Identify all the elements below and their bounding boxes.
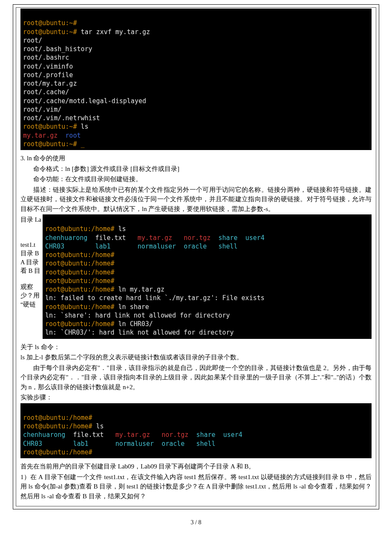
subsection-title: 关于 ls 命令： (20, 342, 372, 352)
cut-text: 观察 (20, 283, 43, 292)
dir-name: shell (218, 243, 237, 250)
cmd: ls (118, 225, 126, 233)
output: ln: `share': hard link not allowed for d… (45, 312, 230, 319)
file-name: my.tar.gz (23, 132, 65, 139)
paragraph: 由于每个目录内必定有"．"目录，该目录指示的就是自己，因此即使一个空的目录，其链… (20, 363, 372, 392)
cmd: ln CHR03/ (118, 320, 153, 328)
cmd: ls (96, 422, 104, 430)
cmd: ln my.tar.gz (118, 286, 164, 293)
output: root/ (23, 37, 42, 44)
terminal-block-1: root@ubuntu:~# root@ubuntu:~# tar zxvf m… (20, 9, 372, 150)
prompt: root@ubuntu:/home# (45, 251, 115, 259)
output: root/.cache/ (23, 88, 69, 96)
output: root/.vim/ (23, 106, 61, 113)
paragraph: 命令功能：在文件或目录间创建链接。 (20, 174, 372, 184)
dir-name: normaluser (115, 440, 161, 448)
file-name: file.txt (95, 234, 137, 242)
prompt: root@ubuntu:/home# (45, 260, 115, 267)
output: ln: failed to create hard link `./my.tar… (45, 294, 265, 302)
file-name: file.txt (73, 431, 115, 439)
prompt: root@ubuntu:~# (23, 19, 77, 27)
paragraph: 1）在 A 目录下创建一个文件 test1.txt，在该文件输入内容 test1… (20, 472, 372, 501)
cmd: tar zxvf my.tar.gz (81, 28, 150, 36)
prompt: root@ubuntu:/home# (45, 286, 118, 293)
cut-text: 目录 B (20, 249, 43, 258)
output: root/my.tar.gz (23, 80, 77, 87)
paragraph: 描述：链接实际上是给系统中已有的某个文件指定另外一个可用于访问它的名称。链接分两… (20, 185, 372, 214)
terminal-block-2: root@ubuntu:/home# ls chenhuarong file.t… (43, 214, 372, 339)
prompt: root@ubuntu:~# (23, 123, 81, 130)
output: root/.profile (23, 71, 73, 79)
output: root/.bash_history (23, 45, 92, 53)
paragraph: ls 加上-l 参数后第二个字段的意义表示硬链接计数值或者该目录的子目录个数。 (20, 353, 372, 362)
prompt: root@ubuntu:/home# (45, 225, 118, 233)
cmd: ln share (118, 303, 149, 311)
prompt: root@ubuntu:~# _ (23, 140, 85, 148)
file-name: my.tar.gz (138, 234, 184, 242)
prompt: root@ubuntu:/home# (45, 277, 115, 285)
cmd: ls (81, 123, 88, 130)
text: 描述：链接实际上是给系统中已有的某个文件指定另外一个可用于访问它的名称。链接分两… (20, 186, 372, 212)
prompt: root@ubuntu:/home# (45, 269, 115, 276)
dir-name: share (218, 234, 245, 242)
dir-name: oracle (184, 243, 218, 250)
cut-text: 看 B 目 (20, 266, 43, 275)
dir-name: user4 (223, 431, 242, 439)
page-border: root@ubuntu:~# root@ubuntu:~# tar zxvf m… (13, 4, 379, 509)
text: 由于每个目录内必定有"．"目录，该目录指示的就是自己，因此即使一个空的目录，其链… (20, 364, 372, 390)
dir-name: share (196, 431, 223, 439)
dir-name: lab1 (95, 243, 137, 250)
paragraph: 实验步骤： (20, 393, 372, 402)
prompt: root@ubuntu:/home# (45, 303, 118, 311)
prompt: root@ubuntu:/home# (45, 320, 118, 328)
cut-text: A 目录 (20, 258, 43, 267)
paragraph: 命令格式：ln [参数] 源文件或目录 [目标文件或目录] (20, 164, 372, 174)
prompt: root@ubuntu:~# (23, 28, 81, 36)
prompt: root@ubuntu:/home# (23, 448, 92, 456)
cut-off-text-column: 目录 La test1.t 目录 B A 目录 看 B 目 观察 少？用 “硬链 (20, 214, 43, 341)
dir-name: shell (196, 440, 215, 448)
output: root/.viminfo (23, 63, 73, 70)
dir-name: CHR03 (45, 243, 95, 250)
output: root/.vim/.netrwhist (23, 114, 100, 122)
cut-text: “硬链 (20, 300, 43, 309)
file-name: nor.tgz (184, 234, 218, 242)
output: root/.cache/motd.legal-displayed (23, 97, 146, 105)
dir-name: chenhuarong (45, 234, 95, 242)
page-number: 3 / 8 (0, 518, 392, 527)
file-name: nor.tgz (161, 431, 196, 439)
prompt: root@ubuntu:/home# (23, 422, 96, 430)
prompt: root@ubuntu:/home# (23, 414, 92, 422)
terminal-block-3: root@ubuntu:/home# root@ubuntu:/home# ls… (20, 403, 372, 459)
dir-name: chenhuarong (23, 431, 73, 439)
dir-name: normaluser (138, 243, 184, 250)
output: ln: `CHR03/': hard link not allowed for … (45, 329, 234, 336)
dir-name: oracle (161, 440, 196, 448)
dir-name: user4 (245, 234, 265, 242)
file-name: my.tar.gz (115, 431, 161, 439)
cut-text: 少？用 (20, 291, 43, 300)
dir-name: CHR03 (23, 440, 73, 448)
output: root/.bashrc (23, 54, 69, 61)
dir-name: lab1 (73, 440, 115, 448)
section-title: 3. ln 命令的使用 (20, 153, 372, 163)
cut-text: 目录 La (20, 215, 43, 224)
page-inner: root@ubuntu:~# root@ubuntu:~# tar zxvf m… (16, 7, 376, 506)
dir-name: root (65, 132, 81, 139)
paragraph: 首先在当前用户的目录下创建目录 Lab09，Lab09 目录下再创建两个子目录 … (20, 462, 372, 471)
cut-text: test1.t (20, 240, 43, 249)
